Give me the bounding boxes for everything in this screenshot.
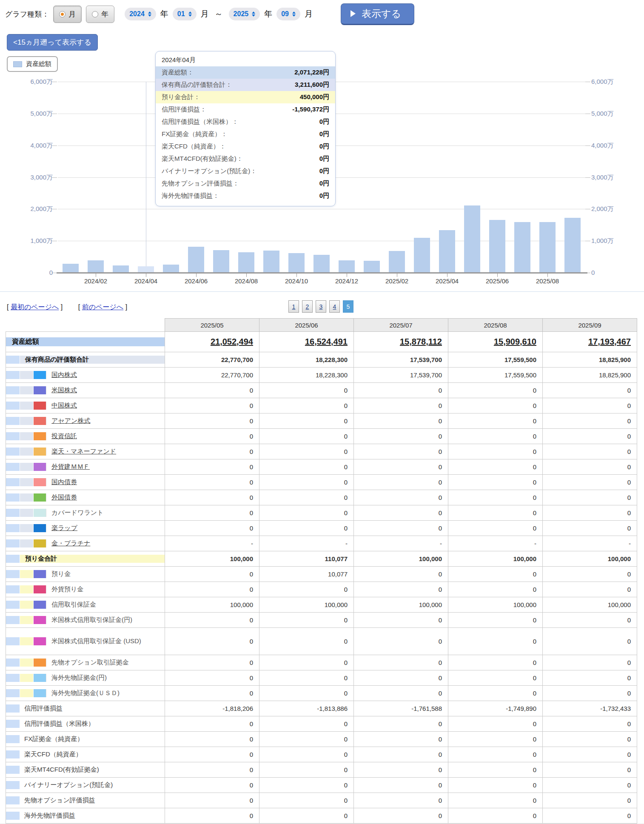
bar[interactable] bbox=[138, 266, 154, 273]
page-button-5[interactable]: 5 bbox=[343, 300, 353, 313]
tooltip-row-label: 海外先物評価損益： bbox=[162, 192, 219, 200]
row-label-link[interactable]: 投資信託 bbox=[51, 432, 77, 440]
bar[interactable] bbox=[539, 222, 556, 273]
bar[interactable] bbox=[339, 260, 355, 273]
from-month-select[interactable]: 01 bbox=[173, 8, 197, 20]
indent-strip-level2 bbox=[20, 674, 34, 682]
page-button-2[interactable]: 2 bbox=[302, 300, 313, 313]
bar[interactable] bbox=[439, 230, 455, 273]
row-label-cell: 外貨預り金 bbox=[6, 582, 165, 597]
asset-total-value-link[interactable]: 17,193,467 bbox=[588, 337, 631, 346]
back-15-months-button[interactable]: <15ヵ月遡って表示する bbox=[7, 34, 98, 51]
bar[interactable] bbox=[88, 260, 104, 273]
to-month-select[interactable]: 09 bbox=[276, 8, 300, 20]
first-page-wrap: [ 最初のページへ ] bbox=[7, 303, 65, 311]
row-label-link[interactable]: 中国株式 bbox=[51, 402, 77, 410]
first-page-link[interactable]: 最初のページへ bbox=[11, 303, 59, 311]
bar[interactable] bbox=[263, 251, 279, 273]
bar[interactable] bbox=[564, 218, 581, 273]
cell-value: 0 bbox=[543, 413, 637, 429]
legend-asset-total[interactable]: 資産総額 bbox=[7, 56, 58, 72]
tooltip-row: 先物オプション評価損益：0円 bbox=[156, 177, 335, 190]
row-label-link[interactable]: 国内株式 bbox=[51, 371, 77, 379]
indent-strip-level2 bbox=[20, 448, 34, 456]
graph-type-radio-year[interactable]: 年 bbox=[86, 6, 114, 23]
cell-value: - bbox=[165, 536, 259, 551]
cell-value: 0 bbox=[259, 793, 354, 808]
table-row: 信用評価損益（米国株）00000 bbox=[6, 716, 637, 732]
row-label-cell: FX証拠金（純資産） bbox=[6, 732, 165, 747]
asset-total-value-link[interactable]: 21,052,494 bbox=[211, 337, 253, 346]
bar[interactable] bbox=[464, 205, 480, 273]
cell-value: 0 bbox=[543, 762, 637, 778]
indent-strip-level1 bbox=[6, 659, 20, 667]
row-label-link[interactable]: 楽ラップ bbox=[51, 524, 77, 532]
asset-total-value-link[interactable]: 15,909,610 bbox=[494, 337, 536, 346]
bar[interactable] bbox=[514, 222, 530, 273]
from-year-select[interactable]: 2024 bbox=[125, 8, 156, 20]
to-year-select[interactable]: 2025 bbox=[229, 8, 260, 20]
bar[interactable] bbox=[238, 252, 254, 273]
cell-value: 0 bbox=[543, 613, 637, 628]
cell-value: 0 bbox=[165, 444, 259, 459]
bar[interactable] bbox=[163, 265, 179, 273]
row-label-link[interactable]: 米国株式 bbox=[51, 386, 77, 394]
row-label-link[interactable]: 国内債券 bbox=[51, 478, 77, 486]
row-label-wrap: 米国株式 bbox=[46, 386, 165, 394]
page-button-1[interactable]: 1 bbox=[288, 300, 299, 313]
cell-value: 0 bbox=[448, 732, 543, 747]
bar[interactable] bbox=[364, 261, 380, 273]
bar[interactable] bbox=[288, 253, 305, 273]
prev-page-link[interactable]: 前のページへ bbox=[82, 303, 124, 311]
row-label-cell: 信用評価損益 bbox=[6, 701, 165, 716]
cell-value: 0 bbox=[448, 582, 543, 597]
cell-value: 17,539,700 bbox=[354, 352, 448, 368]
cell-value: 0 bbox=[354, 778, 448, 793]
row-label-link[interactable]: 金・プラチナ bbox=[51, 539, 90, 547]
cell-value: 0 bbox=[354, 505, 448, 521]
row-label: 米国株式信用取引保証金(円) bbox=[51, 616, 132, 624]
row-label-link[interactable]: 外貨建ＭＭＦ bbox=[51, 463, 90, 471]
cell-value: 0 bbox=[165, 459, 259, 475]
cell-value: 17,539,700 bbox=[354, 368, 448, 383]
graph-type-radio-month[interactable]: 月 bbox=[53, 6, 82, 23]
bar[interactable] bbox=[489, 220, 505, 273]
cell-value: 0 bbox=[259, 490, 354, 505]
cell-value: 0 bbox=[448, 613, 543, 628]
bar[interactable] bbox=[213, 250, 229, 273]
row-label-flex: 先物オプション取引証拠金 bbox=[6, 659, 165, 667]
cell-value: 100,000 bbox=[259, 597, 354, 613]
cell-value: 0 bbox=[448, 567, 543, 582]
row-label-flex: 外貨建ＭＭＦ bbox=[6, 463, 165, 471]
indent-strip-level2 bbox=[20, 371, 34, 379]
page-button-3[interactable]: 3 bbox=[316, 300, 326, 313]
indent-strip-level2 bbox=[20, 616, 34, 624]
y-axis-label: 0 bbox=[591, 269, 625, 276]
row-label-wrap: 先物オプション評価損益 bbox=[20, 796, 165, 804]
bar[interactable] bbox=[414, 238, 430, 273]
y-axis-label: 6,000万 bbox=[591, 78, 625, 86]
show-button[interactable]: 表示する bbox=[341, 3, 414, 25]
asset-total-value-link[interactable]: 16,524,491 bbox=[305, 337, 348, 346]
row-label-cell: 預り金 bbox=[6, 567, 165, 582]
bar[interactable] bbox=[313, 255, 330, 273]
cell-value: 0 bbox=[448, 716, 543, 732]
row-label-wrap: 金・プラチナ bbox=[46, 539, 165, 547]
row-label-link[interactable]: アセアン株式 bbox=[51, 417, 90, 425]
bar[interactable] bbox=[188, 247, 204, 273]
color-swatch bbox=[34, 659, 46, 667]
indent-strip-level1 bbox=[6, 796, 20, 804]
row-label-link[interactable]: 楽天・マネーファンド bbox=[51, 448, 116, 456]
cell-value: 0 bbox=[543, 670, 637, 686]
asset-total-value-link[interactable]: 15,878,112 bbox=[400, 337, 442, 346]
bar[interactable] bbox=[389, 251, 405, 273]
color-swatch bbox=[34, 386, 46, 394]
page-button-4[interactable]: 4 bbox=[329, 300, 340, 313]
row-label-link[interactable]: 外国債券 bbox=[51, 493, 77, 502]
bar[interactable] bbox=[63, 264, 79, 273]
tooltip-row-value: 0円 bbox=[319, 192, 329, 200]
bar[interactable] bbox=[113, 265, 129, 273]
color-swatch bbox=[34, 509, 46, 517]
cell-value: 0 bbox=[259, 762, 354, 778]
row-label-flex: 信用評価損益（米国株） bbox=[6, 720, 165, 728]
